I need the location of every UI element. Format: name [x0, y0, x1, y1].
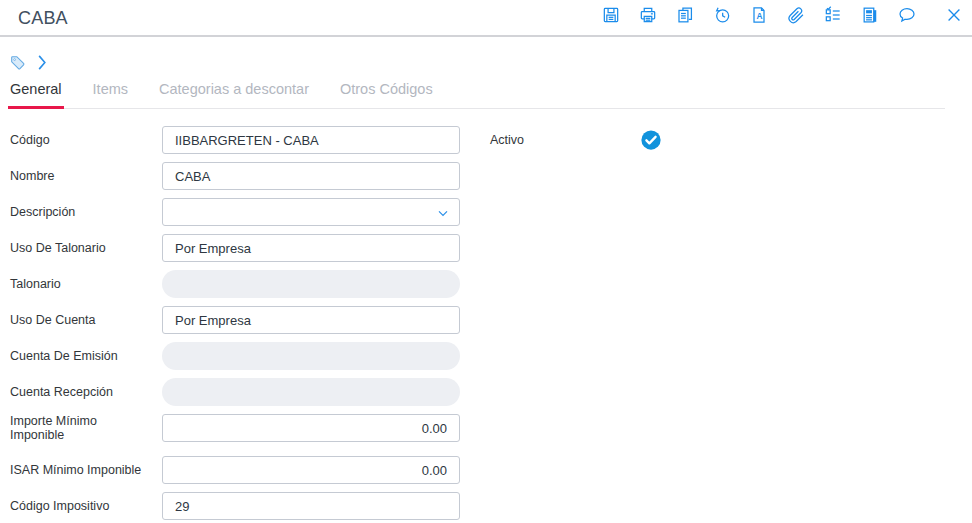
tab-items[interactable]: Items — [91, 79, 130, 108]
font-document-button[interactable]: A — [749, 5, 769, 25]
page-title: CABA — [18, 8, 68, 29]
form-row-uso-de-talonario: Uso De Talonario — [10, 234, 470, 262]
nombre-label: Nombre — [10, 169, 162, 183]
chevron-right-icon[interactable] — [35, 54, 49, 71]
codigo-impositivo-label: Código Impositivo — [10, 499, 162, 513]
form-row-uso-de-cuenta: Uso De Cuenta — [10, 306, 470, 334]
checklist-button[interactable] — [823, 5, 843, 25]
comments-button[interactable] — [897, 5, 917, 25]
font-document-icon: A — [749, 5, 769, 25]
form-row-codigo: Código — [10, 126, 470, 154]
tab-categorias-a-descontar[interactable]: Categorias a descontar — [157, 79, 311, 108]
copy-icon — [675, 5, 695, 25]
comment-bubble-icon — [897, 5, 917, 25]
cuenta-de-emision-label: Cuenta De Emisión — [10, 349, 162, 363]
chevron-down-icon[interactable] — [435, 205, 451, 221]
uso-de-cuenta-label: Uso De Cuenta — [10, 313, 162, 327]
print-icon — [638, 5, 658, 25]
close-button[interactable] — [944, 5, 964, 25]
isar-minimo-imponible-label: ISAR Mínimo Imponible — [10, 463, 162, 477]
form-row-descripcion: Descripción — [10, 198, 470, 226]
activo-label: Activo — [490, 133, 640, 147]
cuenta-recepcion-label: Cuenta Recepción — [10, 385, 162, 399]
save-button[interactable] — [601, 5, 621, 25]
checklist-icon — [823, 5, 843, 25]
form-row-talonario: Talonario — [10, 270, 470, 298]
attachments-button[interactable] — [786, 5, 806, 25]
importe-minimo-imponible-input[interactable] — [162, 414, 460, 442]
form-row-codigo-impositivo: Código Impositivo — [10, 492, 470, 520]
svg-text:A: A — [757, 11, 763, 21]
window-header: CABA — [0, 0, 972, 37]
breadcrumb — [9, 54, 49, 71]
codigo-input[interactable] — [162, 126, 460, 154]
check-circle-icon — [640, 129, 662, 151]
descripcion-label: Descripción — [10, 205, 162, 219]
talonario-field-disabled — [162, 270, 460, 298]
form-row-isar-minimo-imponible: ISAR Mínimo Imponible — [10, 456, 470, 484]
descripcion-combobox[interactable] — [162, 198, 460, 226]
importe-minimo-imponible-label: Importe Mínimo Imponible — [10, 414, 162, 443]
print-button[interactable] — [638, 5, 658, 25]
form-row-cuenta-recepcion: Cuenta Recepción — [10, 378, 470, 406]
history-icon — [712, 5, 732, 25]
uso-de-talonario-input[interactable] — [162, 234, 460, 262]
codigo-impositivo-input[interactable] — [162, 492, 460, 520]
save-icon — [601, 5, 621, 25]
activo-checkbox-checked[interactable] — [640, 129, 662, 151]
caba-form-window: CABA — [0, 0, 972, 523]
report-button[interactable] — [860, 5, 880, 25]
report-icon — [860, 5, 880, 25]
close-icon — [944, 5, 964, 25]
uso-de-talonario-label: Uso De Talonario — [10, 241, 162, 255]
form-row-nombre: Nombre — [10, 162, 470, 190]
uso-de-cuenta-input[interactable] — [162, 306, 460, 334]
codigo-label: Código — [10, 133, 162, 147]
form-row-importe-minimo-imponible: Importe Mínimo Imponible — [10, 414, 470, 442]
tab-bar: General Items Categorias a descontar Otr… — [8, 79, 945, 109]
paperclip-icon — [786, 5, 806, 25]
form-row-activo: Activo — [490, 126, 662, 154]
form-row-cuenta-de-emision: Cuenta De Emisión — [10, 342, 470, 370]
general-form: Código Nombre Descripción Uso De Talonar… — [10, 126, 470, 523]
cuenta-de-emision-field-disabled — [162, 342, 460, 370]
isar-minimo-imponible-input[interactable] — [162, 456, 460, 484]
talonario-label: Talonario — [10, 277, 162, 291]
history-button[interactable] — [712, 5, 732, 25]
toolbar: A — [584, 5, 964, 25]
tag-icon[interactable] — [9, 54, 26, 71]
nombre-input[interactable] — [162, 162, 460, 190]
tab-general[interactable]: General — [8, 79, 64, 109]
copy-button[interactable] — [675, 5, 695, 25]
cuenta-recepcion-field-disabled — [162, 378, 460, 406]
tab-otros-codigos[interactable]: Otros Códigos — [338, 79, 435, 108]
